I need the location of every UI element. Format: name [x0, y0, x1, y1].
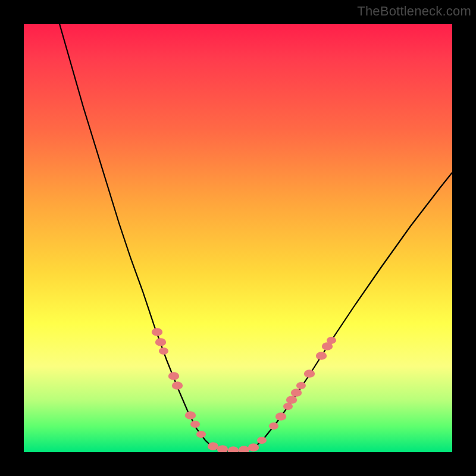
curve-marker: [155, 338, 166, 346]
curve-marker: [286, 396, 297, 404]
curve-marker: [159, 347, 168, 355]
curve-marker: [248, 443, 259, 452]
curve-marker: [217, 445, 228, 452]
curve-marker: [196, 431, 206, 438]
curve-marker: [327, 337, 336, 344]
curve-marker: [185, 411, 196, 419]
curve-marker: [168, 372, 179, 380]
curve-marker: [291, 389, 302, 397]
curve-marker: [239, 446, 249, 452]
curve-marker: [304, 369, 315, 378]
curve-marker: [316, 352, 327, 360]
curve-marker: [190, 421, 200, 428]
curve-marker: [283, 403, 293, 410]
curve-marker: [228, 446, 239, 452]
curve-marker: [296, 382, 306, 389]
curve-marker: [257, 437, 267, 444]
curve-marker: [275, 412, 286, 421]
curve-marker: [208, 442, 218, 450]
plot-frame: [24, 24, 452, 452]
curve-marker: [269, 422, 278, 430]
curve-marker: [152, 328, 162, 336]
curve-marker: [172, 381, 183, 390]
bottleneck-curve-svg: [24, 24, 452, 452]
watermark-text: TheBottleneck.com: [357, 4, 471, 19]
bottleneck-curve: [60, 24, 452, 451]
